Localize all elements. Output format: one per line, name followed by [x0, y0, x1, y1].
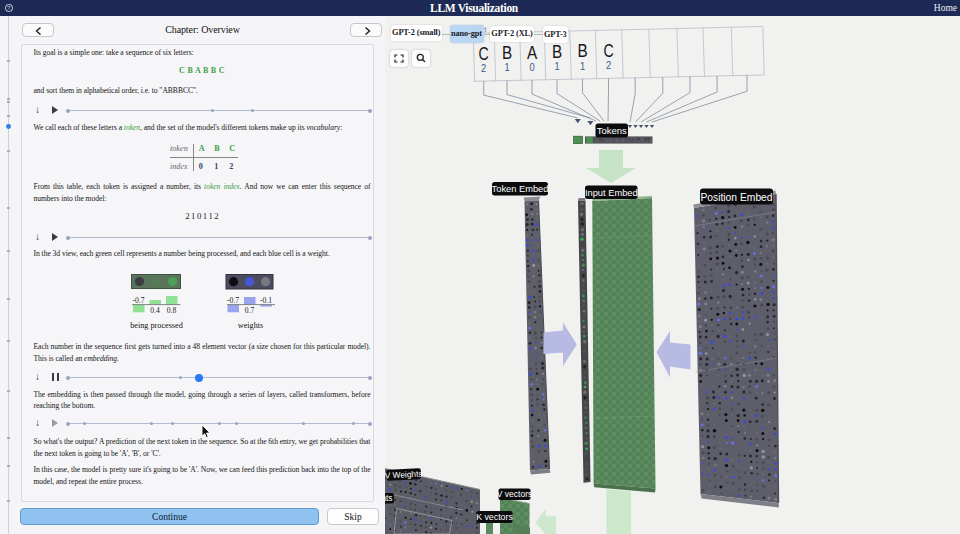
svg-text:0: 0 — [529, 61, 534, 73]
svg-text:0.7: 0.7 — [244, 305, 254, 314]
svg-text:B: B — [552, 41, 562, 62]
svg-text:Token Embed: Token Embed — [492, 184, 549, 194]
svg-text:0.4: 0.4 — [150, 305, 160, 314]
svg-text:1: 1 — [504, 61, 509, 73]
svg-text:B: B — [577, 40, 587, 61]
svg-text:K vectors: K vectors — [476, 512, 513, 522]
svg-text:V vectors: V vectors — [497, 489, 532, 499]
svg-text:Tokens: Tokens — [597, 125, 627, 136]
svg-text:Position Embed: Position Embed — [700, 192, 772, 203]
svg-text:V Weights: V Weights — [385, 468, 423, 480]
svg-text:1: 1 — [554, 60, 559, 72]
svg-text:Input Embed: Input Embed — [585, 188, 638, 198]
svg-text:C: C — [479, 43, 489, 64]
svg-text:2: 2 — [606, 59, 611, 71]
svg-text:-0.7: -0.7 — [226, 295, 238, 304]
svg-text:B: B — [502, 42, 512, 63]
svg-text:-0.1: -0.1 — [259, 295, 271, 304]
svg-text:C: C — [603, 40, 613, 61]
svg-text:A: A — [527, 42, 537, 63]
svg-text:2: 2 — [481, 62, 486, 74]
svg-text:-0.7: -0.7 — [132, 295, 144, 304]
svg-text:0.8: 0.8 — [166, 305, 176, 314]
svg-text:1: 1 — [580, 60, 585, 72]
